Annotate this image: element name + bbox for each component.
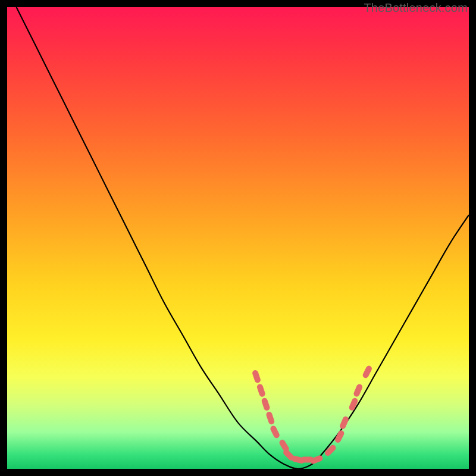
highlight-dash <box>282 448 296 462</box>
highlight-dash <box>261 397 270 411</box>
bottleneck-curve <box>17 7 469 469</box>
highlight-dash <box>339 415 350 430</box>
chart-stage: TheBottleneck.com <box>0 0 476 476</box>
highlight-dash <box>348 397 359 411</box>
highlight-dash <box>278 439 290 453</box>
highlight-dash <box>252 369 261 384</box>
highlight-dash <box>265 411 275 425</box>
highlight-dash <box>309 455 324 465</box>
highlight-dash <box>324 444 337 458</box>
watermark-text: TheBottleneck.com <box>364 1 468 15</box>
highlight-dash <box>334 430 345 444</box>
highlight-dash <box>291 455 305 464</box>
highlight-dash <box>353 383 364 397</box>
plot-area <box>7 7 469 469</box>
highlight-dash <box>300 457 314 463</box>
highlight-dash <box>270 425 281 439</box>
curve-svg <box>7 7 469 469</box>
highlight-dash <box>256 383 266 397</box>
highlight-dash <box>362 365 373 379</box>
